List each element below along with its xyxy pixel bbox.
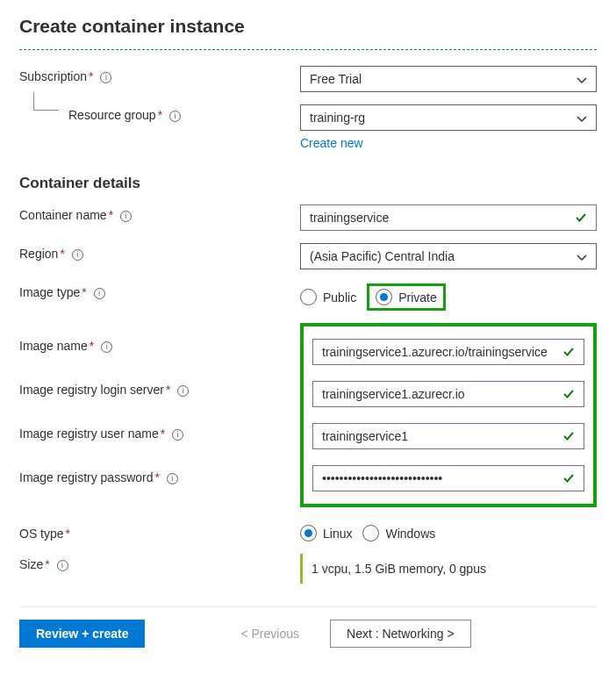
size-value: 1 vcpu, 1.5 GiB memory, 0 gpus [300, 554, 597, 584]
info-icon[interactable]: i [100, 72, 111, 83]
check-icon [575, 212, 587, 226]
info-icon[interactable]: i [94, 288, 105, 299]
info-icon[interactable]: i [72, 249, 83, 261]
info-icon[interactable]: i [167, 473, 178, 484]
resource-group-label: Resource group* i [19, 104, 300, 122]
password-label: Image registry password* i [19, 470, 300, 484]
radio-icon [362, 525, 379, 541]
review-create-button[interactable]: Review + create [19, 620, 145, 648]
radio-icon [300, 289, 317, 305]
login-server-input[interactable]: trainingservice1.azurecr.io [312, 381, 584, 407]
radio-icon [300, 525, 317, 541]
image-type-public-radio[interactable]: Public [300, 289, 356, 305]
user-name-input[interactable]: trainingservice1 [312, 423, 584, 449]
info-icon[interactable]: i [57, 560, 68, 571]
region-select[interactable]: (Asia Pacific) Central India [300, 243, 597, 269]
region-label: Region* i [19, 243, 300, 261]
info-icon[interactable]: i [169, 111, 181, 122]
check-icon [562, 430, 575, 445]
os-type-label: OS type* [19, 523, 300, 541]
chevron-down-icon [577, 75, 587, 89]
user-name-label: Image registry user name* i [19, 427, 300, 441]
info-icon[interactable]: i [172, 429, 183, 441]
os-windows-radio[interactable]: Windows [362, 525, 435, 541]
chevron-down-icon [577, 252, 587, 266]
highlight-registry-block: trainingservice1.azurecr.io/trainingserv… [300, 323, 597, 507]
info-icon[interactable]: i [101, 341, 112, 353]
os-linux-radio[interactable]: Linux [300, 525, 352, 541]
image-name-label: Image name* i [19, 339, 300, 353]
container-name-label: Container name* i [19, 204, 300, 222]
size-label: Size* i [19, 554, 300, 571]
info-icon[interactable]: i [177, 385, 189, 397]
image-type-private-radio[interactable]: Private [376, 289, 437, 305]
footer: Review + create < Previous Next : Networ… [19, 606, 597, 663]
check-icon [562, 388, 575, 403]
previous-button: < Previous [224, 620, 316, 648]
page-title: Create container instance [19, 16, 597, 37]
image-name-input[interactable]: trainingservice1.azurecr.io/trainingserv… [312, 339, 584, 365]
subscription-select[interactable]: Free Trial [300, 66, 597, 92]
highlight-private: Private [367, 283, 446, 311]
divider [19, 49, 597, 50]
check-icon [562, 346, 575, 361]
resource-group-select[interactable]: training-rg [300, 104, 597, 131]
check-icon [562, 472, 575, 487]
image-type-label: Image type* i [19, 282, 300, 299]
next-button[interactable]: Next : Networking > [330, 620, 471, 648]
create-new-link[interactable]: Create new [300, 131, 363, 150]
subscription-label: Subscription* i [19, 66, 300, 83]
password-input[interactable]: •••••••••••••••••••••••••••• [312, 465, 584, 491]
radio-icon [376, 289, 392, 305]
login-server-label: Image registry login server* i [19, 383, 300, 397]
chevron-down-icon [577, 113, 587, 127]
info-icon[interactable]: i [120, 211, 132, 222]
container-details-heading: Container details [19, 175, 597, 192]
container-name-input[interactable]: trainingservice [300, 204, 597, 231]
